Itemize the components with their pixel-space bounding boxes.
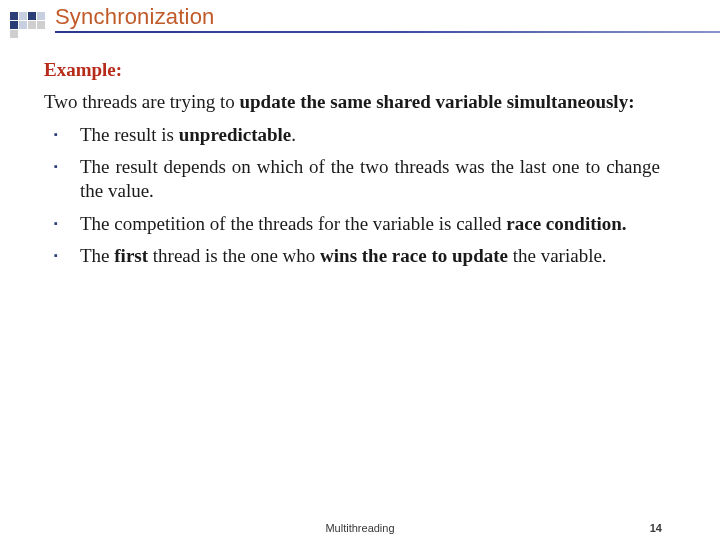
title-underline — [55, 31, 720, 33]
example-heading: Example: — [44, 58, 660, 82]
bullet-text: The competition of the threads for the v… — [80, 213, 506, 234]
footer-label: Multithreading — [325, 522, 394, 534]
intro-text: Two threads are trying to — [44, 91, 239, 112]
bullet-text: the variable. — [508, 245, 607, 266]
intro-paragraph: Two threads are trying to update the sam… — [44, 90, 660, 114]
bullet-bold: first — [114, 245, 148, 266]
list-item: The first thread is the one who wins the… — [72, 244, 660, 268]
slide-title: Synchronization — [55, 4, 215, 30]
decorative-squares-icon — [10, 12, 46, 38]
slide-body: Example: Two threads are trying to updat… — [44, 58, 660, 276]
intro-bold: update the same shared variable simultan… — [239, 91, 634, 112]
bullet-bold: race condition. — [506, 213, 626, 234]
page-number: 14 — [650, 522, 662, 534]
list-item: The result depends on which of the two t… — [72, 155, 660, 204]
list-item: The competition of the threads for the v… — [72, 212, 660, 236]
slide-header: Synchronization — [0, 0, 720, 38]
bullet-text: thread is the one who — [148, 245, 320, 266]
bullet-text: The result is — [80, 124, 179, 145]
list-item: The result is unpredictable. — [72, 123, 660, 147]
bullet-text: The result depends on which of the two t… — [80, 156, 660, 201]
bullet-list: The result is unpredictable. The result … — [44, 123, 660, 269]
bullet-bold: wins the race to update — [320, 245, 508, 266]
bullet-text: The — [80, 245, 114, 266]
bullet-text: . — [291, 124, 296, 145]
bullet-bold: unpredictable — [179, 124, 292, 145]
